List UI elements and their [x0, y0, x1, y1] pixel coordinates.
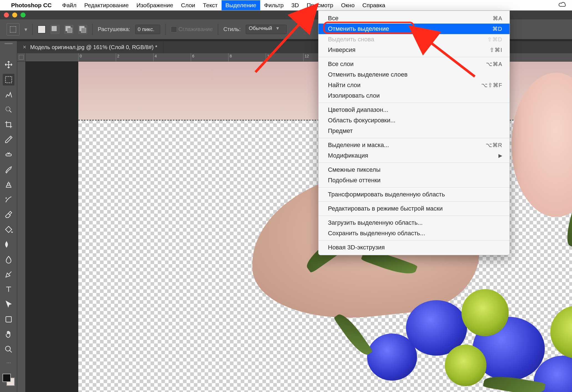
menu-item-label: Отменить выделение слоев: [328, 71, 408, 78]
cloud-icon[interactable]: [559, 1, 567, 9]
ruler-tick: 4: [153, 53, 157, 61]
eyedropper-tool-icon[interactable]: [3, 134, 14, 145]
menu-file[interactable]: Файл: [58, 0, 81, 10]
eraser-tool-icon[interactable]: [3, 209, 14, 220]
foreground-swatch[interactable]: [38, 26, 46, 33]
menu-item-shortcut: ⌥⌘A: [486, 61, 502, 67]
ruler-vertical[interactable]: [17, 62, 26, 392]
lasso-tool-icon[interactable]: [3, 89, 14, 100]
toolbox: ⋯: [0, 41, 17, 392]
menu-item-label: Найти слои: [328, 82, 361, 89]
quick-select-tool-icon[interactable]: [3, 104, 14, 115]
menu-item-label: Отменить выделение: [328, 25, 389, 32]
ruler-origin[interactable]: [17, 53, 26, 62]
shape-tool-icon[interactable]: [3, 313, 14, 325]
menu-item-label: Все: [328, 15, 338, 22]
menu-item-label: Выделение и маска...: [328, 141, 389, 149]
menu-item-shortcut: ⌘D: [492, 26, 502, 32]
menu-item-label: Предмет: [328, 127, 353, 135]
menu-item[interactable]: Модификация▶: [318, 150, 510, 161]
menu-item[interactable]: Загрузить выделенную область...: [318, 218, 510, 228]
antialias-option: Сглаживание: [171, 26, 213, 33]
menu-item-label: Область фокусировки...: [328, 117, 395, 124]
path-select-tool-icon[interactable]: [3, 299, 14, 310]
annotation-arrow-1: [250, 6, 322, 79]
menu-item[interactable]: Трансформировать выделенную область: [318, 189, 510, 200]
menu-item-label: Сохранить выделенную область...: [328, 230, 425, 237]
menu-item[interactable]: Подобные оттенки: [318, 175, 510, 186]
window-close-button[interactable]: [4, 12, 9, 17]
selection-mode-new[interactable]: [51, 25, 59, 34]
marquee-tool-icon[interactable]: [3, 74, 14, 85]
annotation-arrow-2: [411, 27, 483, 83]
menu-item-shortcut: ⌥⌘R: [486, 142, 502, 148]
menu-item-label: Редактировать в режиме быстрой маски: [328, 205, 443, 212]
history-brush-tool-icon[interactable]: [3, 194, 14, 205]
window-minimize-button[interactable]: [12, 12, 17, 17]
move-tool-icon[interactable]: [3, 59, 14, 70]
window-zoom-button[interactable]: [21, 12, 26, 17]
menu-image[interactable]: Изображение: [132, 0, 177, 10]
menu-item-label: Инверсия: [328, 46, 355, 54]
menu-item-label: Выделить снова: [328, 36, 374, 43]
menu-item[interactable]: Все⌘A: [318, 13, 510, 24]
tool-preset-picker[interactable]: [7, 23, 19, 36]
svg-rect-3: [6, 317, 11, 322]
menu-item[interactable]: Редактировать в режиме быстрой маски: [318, 203, 510, 214]
svg-point-4: [5, 346, 10, 351]
zoom-tool-icon[interactable]: [3, 343, 14, 355]
hand-tool-icon[interactable]: [3, 328, 14, 340]
menu-item-label: Новая 3D-экструзия: [328, 244, 385, 251]
menu-item[interactable]: Новая 3D-экструзия: [318, 242, 510, 253]
menu-item[interactable]: Сохранить выделенную область...: [318, 228, 510, 239]
crop-tool-icon[interactable]: [3, 119, 14, 130]
menu-item-label: Все слои: [328, 60, 354, 68]
close-tab-icon[interactable]: ×: [23, 44, 26, 51]
menu-item[interactable]: Изолировать слои: [318, 90, 510, 101]
style-label: Стиль:: [223, 26, 240, 32]
menu-item-label: Трансформировать выделенную область: [328, 191, 445, 198]
color-swatches[interactable]: [2, 374, 15, 386]
menu-item-shortcut: ⌘A: [493, 15, 502, 22]
foreground-color-swatch[interactable]: [2, 374, 11, 382]
menu-item-label: Модификация: [328, 152, 368, 159]
svg-rect-0: [5, 77, 12, 83]
toolbox-grip[interactable]: [0, 41, 17, 46]
menu-item-label: Цветовой диапазон...: [328, 106, 388, 113]
feather-input[interactable]: [135, 25, 160, 34]
clone-stamp-tool-icon[interactable]: [3, 179, 14, 190]
brush-tool-icon[interactable]: [3, 164, 14, 175]
menu-item-label: Подобные оттенки: [328, 177, 381, 184]
menu-item-label: Смежные пикселы: [328, 166, 380, 173]
menu-item[interactable]: Область фокусировки...: [318, 115, 510, 126]
selection-mode-add[interactable]: [64, 25, 73, 34]
menu-item-shortcut: ⇧⌘I: [490, 47, 502, 53]
menu-item[interactable]: Выделение и маска...⌥⌘R: [318, 140, 510, 150]
menu-layers[interactable]: Слои: [177, 0, 199, 10]
menu-item[interactable]: Цветовой диапазон...: [318, 105, 510, 115]
app-name: Photoshop CC: [11, 2, 52, 9]
menu-text[interactable]: Текст: [199, 0, 222, 10]
pen-tool-icon[interactable]: [3, 269, 14, 280]
menu-window[interactable]: Окно: [337, 0, 358, 10]
menu-edit[interactable]: Редактирование: [80, 0, 132, 10]
healing-brush-tool-icon[interactable]: [3, 149, 14, 160]
menu-item-label: Изолировать слои: [328, 92, 380, 99]
blur-tool-icon[interactable]: [3, 254, 14, 265]
paint-bucket-tool-icon[interactable]: [3, 224, 14, 235]
selection-mode-subtract[interactable]: [78, 25, 87, 34]
menu-item[interactable]: Предмет: [318, 126, 510, 136]
type-tool-icon[interactable]: [3, 284, 14, 295]
document-tab[interactable]: × Модель оригинал.jpg @ 161% (Слой 0, RG…: [17, 41, 163, 53]
antialias-label: Сглаживание: [179, 26, 213, 32]
ruler-tick: 2: [116, 53, 119, 61]
menu-item-label: Загрузить выделенную область...: [328, 219, 423, 226]
submenu-arrow-icon: ▶: [498, 153, 502, 159]
ruler-tick: 0: [78, 53, 82, 61]
gradient-tool-icon[interactable]: [3, 239, 14, 250]
menu-item-shortcut: ⌥⇧⌘F: [481, 82, 502, 88]
menu-item[interactable]: Смежные пикселы: [318, 165, 510, 175]
menu-help[interactable]: Справка: [358, 0, 389, 10]
document-tab-title: Модель оригинал.jpg @ 161% (Слой 0, RGB/…: [30, 44, 157, 50]
image-flowers: [317, 272, 572, 392]
